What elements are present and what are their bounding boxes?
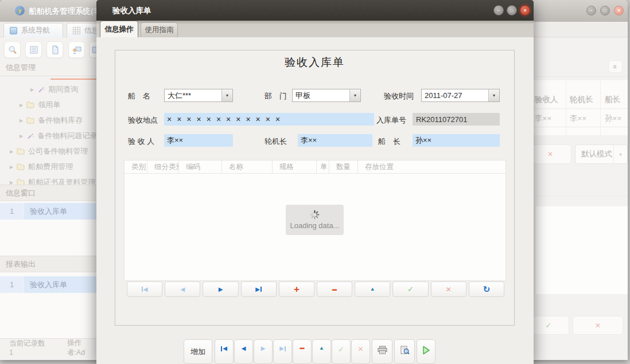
expand-arrow-icon[interactable]: ▶ <box>20 118 23 123</box>
chevron-down-icon[interactable]: ▼ <box>349 89 360 101</box>
tree-item-requisition[interactable]: ▶ 领用单 <box>20 97 60 112</box>
expand-arrow-icon[interactable]: ▶ <box>20 134 23 139</box>
next-record-button[interactable]: ▶ <box>203 281 238 297</box>
column-header-category[interactable]: 类别 <box>125 161 147 173</box>
tab-user-guide[interactable]: 使用指南 <box>141 22 178 37</box>
user-chart-icon <box>72 45 81 54</box>
chevron-down-icon[interactable]: ▼ <box>488 89 499 101</box>
prior-record-button[interactable]: ◀ <box>165 281 200 297</box>
expand-arrow-icon[interactable]: ▶ <box>10 165 13 170</box>
column-header-location[interactable]: 存放位置 <box>358 161 505 173</box>
section-info-window: 信息窗口 <box>0 185 98 201</box>
x-icon: ✕ <box>595 322 601 330</box>
document-icon <box>50 45 60 54</box>
print-preview-button[interactable] <box>394 339 415 364</box>
toolbar-next-button[interactable]: ▶ <box>254 339 273 364</box>
window-icon <box>10 27 17 34</box>
right-detail-panel <box>535 206 628 294</box>
refresh-icon: ↻ <box>483 285 491 293</box>
ship-select[interactable]: 大仁*** ▼ <box>164 89 233 102</box>
toolbar-cancel-button[interactable]: ✕ <box>351 339 370 364</box>
record-navigator: ◀ ◀ ▶ ▶ + ▬ ▲ ✓ ✕ <box>127 281 504 297</box>
report-icon <box>29 45 38 54</box>
cancel-button-faded-2[interactable]: ✕ <box>573 316 623 335</box>
captain-input[interactable]: 孙×× <box>413 134 500 147</box>
column-header-quantity[interactable]: 数量 <box>329 161 358 173</box>
column-header-chief-engineer[interactable]: 轮机长 <box>570 95 593 105</box>
report-button[interactable] <box>25 41 42 58</box>
department-select[interactable]: 甲板 ▼ <box>292 89 361 102</box>
toolbar-last-button[interactable]: ▶ <box>273 339 292 364</box>
mode-select[interactable]: 默认模式 ▼ <box>575 144 628 164</box>
tree-item-period-query[interactable]: ▶ 期间查询 <box>30 82 78 97</box>
toolbar-edit-button[interactable]: ▲ <box>312 339 331 364</box>
expand-arrow-icon[interactable]: ▶ <box>10 149 13 154</box>
loading-indicator: Loading data... <box>286 205 344 235</box>
insert-record-button[interactable]: + <box>279 281 314 297</box>
toolbar-prior-button[interactable]: ◀ <box>234 339 253 364</box>
edit-record-button[interactable]: ▲ <box>355 281 390 297</box>
add-button[interactable]: 增加 <box>184 339 212 364</box>
list-item[interactable]: 1 验收入库单 <box>0 276 98 293</box>
tree-item-company-spares[interactable]: ▶ 公司备件物料管理 <box>10 144 88 159</box>
toolbar-post-button[interactable]: ✓ <box>332 339 351 364</box>
collapse-panel-button[interactable]: « <box>608 60 623 73</box>
column-header-captain[interactable]: 船长 <box>605 95 620 105</box>
cancel-record-button[interactable]: ✕ <box>431 281 466 297</box>
run-report-button[interactable] <box>417 339 435 364</box>
column-header-name[interactable]: 名称 <box>222 161 273 173</box>
acceptor-input[interactable]: 李×× <box>164 134 233 147</box>
column-header-unit[interactable]: 单 <box>317 161 329 173</box>
toolbar-delete-button[interactable]: ▬ <box>293 339 312 364</box>
captain-label: 船 长 <box>378 136 400 147</box>
column-header-acceptor[interactable]: 验收人 <box>535 95 558 105</box>
search-button[interactable] <box>4 41 21 58</box>
expand-arrow-icon[interactable]: ▶ <box>30 87 34 92</box>
chief-engineer-input[interactable]: 李×× <box>298 134 372 147</box>
last-record-button[interactable]: ▶ <box>241 281 277 297</box>
accept-place-input[interactable]: ×××××××××××× <box>164 113 374 126</box>
first-record-button[interactable]: ◀ <box>127 281 162 297</box>
maximize-button[interactable]: □ <box>600 6 610 15</box>
check-icon: ✓ <box>546 321 552 330</box>
column-header-code[interactable]: 编码 <box>179 161 222 173</box>
spinner-icon <box>310 210 320 220</box>
chevron-up-icon: « <box>611 64 620 68</box>
tab-system-nav[interactable]: 系统导航 <box>3 23 63 37</box>
refresh-records-button[interactable]: ↻ <box>469 281 504 297</box>
right-grid: 验收人 轮机长 船长 李×× 李×× 孙×× <box>534 80 628 135</box>
minimize-button[interactable]: − <box>586 6 596 15</box>
delete-record-button[interactable]: ▬ <box>317 281 352 297</box>
post-record-button[interactable]: ✓ <box>392 281 428 297</box>
accept-time-select[interactable]: 2011-07-27 ▼ <box>421 89 500 102</box>
user-chart-button[interactable] <box>68 41 85 58</box>
modal-maximize-button[interactable]: □ <box>507 5 517 15</box>
close-button[interactable]: ✕ <box>614 6 624 15</box>
cancel-button-faded[interactable]: ✕ <box>529 144 571 164</box>
print-button[interactable] <box>372 339 392 364</box>
column-header-spec[interactable]: 规格 <box>273 161 317 173</box>
grid-header-row: 类别 细分类别 编码 名称 规格 单 数量 存放位置 <box>125 161 505 174</box>
record-count: 当前记录数 1 <box>9 339 49 357</box>
tab-info-operation[interactable]: 信息操作 <box>100 21 138 37</box>
x-icon: ✕ <box>547 150 553 158</box>
department-label: 部 门 <box>265 91 287 101</box>
chevron-down-icon[interactable]: ▼ <box>221 89 232 101</box>
first-record-icon: ◀ <box>221 346 227 351</box>
cell-captain: 孙×× <box>605 113 621 124</box>
post-button-faded[interactable]: ✓ <box>528 316 569 335</box>
status-bar: 当前记录数 1 操作者:Ad <box>0 338 98 357</box>
tree-item-spare-issue-log[interactable]: ▶ 备件物料问题记录 <box>20 128 97 143</box>
play-icon <box>422 346 430 355</box>
column-header-subcategory[interactable]: 细分类别 <box>147 161 179 173</box>
modal-minimize-button[interactable]: − <box>493 5 504 15</box>
list-item[interactable]: 1 验收入库单 <box>0 203 98 220</box>
tree-item-spare-stock[interactable]: ▶ 备件物料库存 <box>20 113 83 128</box>
document-button[interactable] <box>46 41 63 58</box>
toolbar-first-button[interactable]: ◀ <box>215 339 234 364</box>
prior-record-icon: ◀ <box>242 346 246 351</box>
tree-item-ship-expenses[interactable]: ▶ 船舶费用管理 <box>10 159 73 174</box>
expand-arrow-icon[interactable]: ▶ <box>20 103 23 108</box>
modal-close-button[interactable]: ✕ <box>520 5 530 15</box>
last-record-icon: ▶ <box>255 287 262 292</box>
